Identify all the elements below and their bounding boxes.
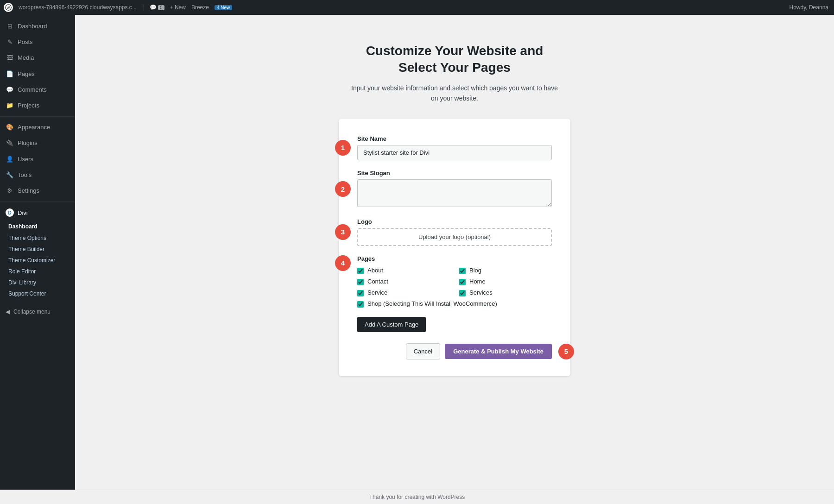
pages-grid: About Blog Contact Home bbox=[357, 267, 552, 308]
page-about-checkbox[interactable] bbox=[357, 268, 364, 274]
publish-button[interactable]: Generate & Publish My Website bbox=[445, 344, 552, 359]
page-blog-label: Blog bbox=[469, 267, 481, 274]
page-contact[interactable]: Contact bbox=[357, 278, 450, 285]
layout: ⊞ Dashboard ✎ Posts 🖼 Media 📄 Pages 💬 Co… bbox=[0, 15, 834, 490]
comments-icon: 💬 bbox=[6, 86, 14, 94]
page-contact-checkbox[interactable] bbox=[357, 279, 364, 285]
divi-theme-builder[interactable]: Theme Builder bbox=[0, 244, 75, 255]
card-footer: Cancel Generate & Publish My Website 5 bbox=[357, 343, 552, 359]
page-about[interactable]: About bbox=[357, 267, 450, 274]
pages-label: Pages bbox=[357, 255, 552, 262]
sidebar-item-posts[interactable]: ✎ Posts bbox=[0, 34, 75, 50]
divi-library[interactable]: Divi Library bbox=[0, 277, 75, 288]
wp-footer: Thank you for creating with WordPress bbox=[0, 490, 834, 504]
howdy-text: Howdy, Deanna bbox=[790, 4, 829, 11]
page-home[interactable]: Home bbox=[459, 278, 552, 285]
projects-icon: 📁 bbox=[6, 101, 14, 110]
page-service-label: Service bbox=[367, 289, 387, 296]
logo-label: Logo bbox=[357, 218, 552, 225]
comments-link[interactable]: 💬 0 bbox=[150, 4, 164, 11]
sidebar-item-appearance[interactable]: 🎨 Appearance bbox=[0, 120, 75, 135]
page-subtitle: Input your website information and selec… bbox=[351, 83, 558, 104]
new-link[interactable]: + New bbox=[170, 4, 186, 11]
dashboard-icon: ⊞ bbox=[6, 22, 14, 31]
page-shop-label: Shop (Selecting This Will Install WooCom… bbox=[367, 300, 497, 307]
comments-count: 0 bbox=[158, 5, 164, 10]
page-service-checkbox[interactable] bbox=[357, 290, 364, 296]
page-home-checkbox[interactable] bbox=[459, 279, 466, 285]
step-5-indicator: 5 bbox=[558, 344, 574, 359]
page-title: Customize Your Website andSelect Your Pa… bbox=[366, 43, 543, 76]
divi-theme-options[interactable]: Theme Options bbox=[0, 233, 75, 244]
divi-dashboard-label[interactable]: Dashboard bbox=[0, 220, 75, 233]
sidebar: ⊞ Dashboard ✎ Posts 🖼 Media 📄 Pages 💬 Co… bbox=[0, 15, 75, 490]
site-url[interactable]: wordpress-784896-4922926.cloudwaysapps.c… bbox=[19, 4, 137, 11]
sidebar-item-users[interactable]: 👤 Users bbox=[0, 151, 75, 167]
media-icon: 🖼 bbox=[6, 54, 14, 62]
pages-section: 4 Pages About Blog Contact bbox=[357, 255, 552, 308]
page-blog-checkbox[interactable] bbox=[459, 268, 466, 274]
page-shop[interactable]: Shop (Selecting This Will Install WooCom… bbox=[357, 300, 552, 308]
sidebar-item-settings[interactable]: ⚙ Settings bbox=[0, 183, 75, 199]
topbar: W wordpress-784896-4922926.cloudwaysapps… bbox=[0, 0, 834, 15]
site-name-input[interactable] bbox=[357, 145, 552, 160]
collapse-menu-button[interactable]: ◀ Collapse menu bbox=[0, 305, 75, 319]
site-name-row: 1 Site Name bbox=[357, 135, 552, 160]
sidebar-item-comments[interactable]: 💬 Comments bbox=[0, 82, 75, 98]
page-contact-label: Contact bbox=[367, 278, 388, 285]
page-services[interactable]: Services bbox=[459, 289, 552, 296]
page-shop-checkbox[interactable] bbox=[357, 301, 364, 308]
site-slogan-label: Site Slogan bbox=[357, 170, 552, 176]
posts-icon: ✎ bbox=[6, 38, 14, 46]
sidebar-item-media[interactable]: 🖼 Media bbox=[0, 50, 75, 66]
sidebar-item-tools[interactable]: 🔧 Tools bbox=[0, 167, 75, 183]
divi-icon: D bbox=[6, 208, 14, 217]
site-slogan-row: 2 Site Slogan bbox=[357, 170, 552, 209]
cancel-button[interactable]: Cancel bbox=[406, 343, 440, 359]
breeze-link[interactable]: Breeze bbox=[191, 4, 209, 11]
divi-theme-customizer[interactable]: Theme Customizer bbox=[0, 255, 75, 266]
step-3-indicator: 3 bbox=[335, 224, 351, 240]
divi-role-editor[interactable]: Role Editor bbox=[0, 266, 75, 277]
main-content: Customize Your Website andSelect Your Pa… bbox=[75, 15, 834, 490]
site-slogan-input[interactable] bbox=[357, 179, 552, 207]
tools-icon: 🔧 bbox=[6, 171, 14, 179]
page-home-label: Home bbox=[469, 278, 486, 285]
footer-text: Thank you for creating with WordPress bbox=[369, 494, 465, 500]
form-card: 1 Site Name 2 Site Slogan 3 Logo Upload … bbox=[339, 119, 570, 376]
sidebar-item-dashboard[interactable]: ⊞ Dashboard bbox=[0, 19, 75, 34]
page-services-checkbox[interactable] bbox=[459, 290, 466, 296]
sidebar-item-pages[interactable]: 📄 Pages bbox=[0, 66, 75, 82]
page-about-label: About bbox=[367, 267, 383, 274]
sidebar-item-plugins[interactable]: 🔌 Plugins bbox=[0, 135, 75, 151]
add-custom-page-button[interactable]: Add A Custom Page bbox=[357, 317, 426, 332]
collapse-icon: ◀ bbox=[6, 309, 10, 315]
sidebar-item-divi[interactable]: D Divi bbox=[0, 205, 75, 220]
logo-row: 3 Logo Upload your logo (optional) bbox=[357, 218, 552, 246]
sidebar-item-projects[interactable]: 📁 Projects bbox=[0, 98, 75, 113]
step-2-indicator: 2 bbox=[335, 181, 351, 197]
appearance-icon: 🎨 bbox=[6, 123, 14, 132]
step-1-indicator: 1 bbox=[335, 140, 351, 156]
page-blog[interactable]: Blog bbox=[459, 267, 552, 274]
step-4-indicator: 4 bbox=[335, 255, 351, 271]
plugins-icon: 🔌 bbox=[6, 139, 14, 147]
page-service[interactable]: Service bbox=[357, 289, 450, 296]
users-icon: 👤 bbox=[6, 155, 14, 164]
divi-support-center[interactable]: Support Center bbox=[0, 288, 75, 299]
logo-upload-button[interactable]: Upload your logo (optional) bbox=[357, 228, 552, 246]
form-card-wrapper: 1 Site Name 2 Site Slogan 3 Logo Upload … bbox=[339, 119, 570, 376]
new-badge[interactable]: 4 New bbox=[215, 5, 232, 10]
pages-icon: 📄 bbox=[6, 70, 14, 78]
wp-logo: W bbox=[4, 3, 13, 12]
settings-icon: ⚙ bbox=[6, 187, 14, 195]
site-name-label: Site Name bbox=[357, 135, 552, 142]
svg-text:W: W bbox=[7, 6, 10, 9]
page-services-label: Services bbox=[469, 289, 493, 296]
